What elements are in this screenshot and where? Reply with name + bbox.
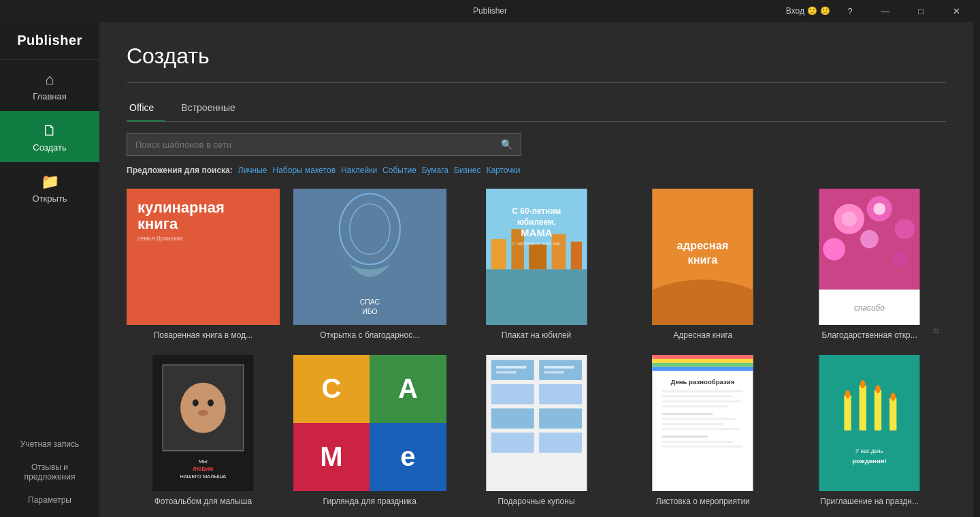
tab-builtin[interactable]: Встроенные xyxy=(178,97,246,121)
svg-point-27 xyxy=(860,230,879,249)
sidebar-item-open[interactable]: 📁 Открыть xyxy=(0,162,99,213)
suggestion-paper[interactable]: Бумага xyxy=(422,166,448,175)
svg-point-28 xyxy=(892,252,907,267)
svg-rect-52 xyxy=(544,371,564,373)
svg-text:У нас день: У нас день xyxy=(855,448,883,454)
template-thumb-baby: МЫ ЛЮБИМ НАШЕГО МАЛЫША xyxy=(127,355,280,491)
suggestion-cards[interactable]: Карточки xyxy=(486,166,520,175)
template-address[interactable]: адресная книга Адресная книга xyxy=(626,189,779,341)
svg-rect-7 xyxy=(491,239,506,269)
title-bar: Publisher Вход 🙂 🙁 ? — □ ✕ xyxy=(0,0,980,22)
svg-rect-73 xyxy=(875,390,881,430)
svg-text:День разнообразия: День разнообразия xyxy=(671,378,735,386)
suggestions-label: Предложения для поиска: xyxy=(127,166,233,175)
suggestion-personal[interactable]: Личные xyxy=(238,166,267,175)
template-baby[interactable]: МЫ ЛЮБИМ НАШЕГО МАЛЫША Фотоальбом для ма… xyxy=(127,355,280,507)
template-thumb-address: адресная книга xyxy=(626,189,779,325)
template-thumb-garland: С А М е xyxy=(293,355,446,491)
sidebar-bottom: Учетная запись Отзывы и предложения Пара… xyxy=(0,433,99,517)
template-birthday[interactable]: У нас день рождения! Приглашение на праз… xyxy=(793,355,946,507)
svg-rect-65 xyxy=(663,423,723,425)
suggestion-stickers[interactable]: Наклейки xyxy=(341,166,377,175)
svg-rect-60 xyxy=(663,395,734,397)
main-content: Создать Office Встроенные 🔍 Предложения … xyxy=(99,22,973,517)
svg-rect-10 xyxy=(551,234,566,270)
svg-text:СПАС: СПАС xyxy=(360,298,380,306)
template-name-cookbook: Поваренная книга в мод... xyxy=(127,330,280,341)
suggestion-layouts[interactable]: Наборы макетов xyxy=(273,166,336,175)
title-bar-controls: Вход 🙂 🙁 ? — □ ✕ xyxy=(786,0,972,22)
template-gratitude[interactable]: спасибо Благодарственная откр... ☆ xyxy=(793,189,946,341)
svg-rect-55 xyxy=(653,359,753,363)
template-garland[interactable]: С А М е Гирлянда для праздника xyxy=(293,355,446,507)
search-input[interactable] xyxy=(127,134,493,155)
template-thumb-event: День разнообразия xyxy=(626,355,779,491)
svg-rect-42 xyxy=(539,360,582,380)
template-jubilee[interactable]: С 60-летним юбилеем, МАМА С любовью от в… xyxy=(460,189,613,341)
svg-point-34 xyxy=(193,399,199,406)
template-name-event: Листовка о мероприятии xyxy=(626,497,779,507)
sign-in-button[interactable]: Вход 🙂 🙁 xyxy=(786,6,830,16)
sidebar-settings[interactable]: Параметры xyxy=(0,488,99,512)
svg-text:рождения!: рождения! xyxy=(852,457,886,465)
svg-text:ИБО: ИБО xyxy=(362,308,377,315)
create-icon: 🗋 xyxy=(42,123,57,138)
home-icon: ⌂ xyxy=(45,72,54,87)
svg-point-25 xyxy=(895,219,915,239)
svg-rect-68 xyxy=(663,441,734,443)
svg-rect-51 xyxy=(544,366,574,369)
suggestion-business[interactable]: Бизнес xyxy=(454,166,480,175)
maximize-button[interactable]: □ xyxy=(905,0,936,22)
svg-text:адресная: адресная xyxy=(677,239,729,251)
svg-rect-59 xyxy=(663,390,744,392)
sidebar-account[interactable]: Учетная запись xyxy=(0,433,99,456)
svg-rect-54 xyxy=(653,355,753,359)
templates-grid: кулинарнаякнига семья Вронских Поваренна… xyxy=(127,189,946,517)
svg-rect-11 xyxy=(570,242,581,270)
svg-rect-45 xyxy=(491,408,534,428)
svg-rect-47 xyxy=(491,433,534,453)
svg-rect-41 xyxy=(491,360,534,380)
title-bar-title: Publisher xyxy=(473,6,507,16)
sidebar-feedback[interactable]: Отзывы и предложения xyxy=(0,456,99,488)
search-icon[interactable]: 🔍 xyxy=(493,134,521,155)
svg-point-78 xyxy=(891,392,896,401)
template-thumb-thankyou: СПАС ИБО xyxy=(293,189,446,325)
svg-rect-57 xyxy=(653,366,753,371)
svg-point-36 xyxy=(198,409,208,416)
suggestions: Предложения для поиска: Личные Наборы ма… xyxy=(127,166,946,175)
svg-text:НАШЕГО МАЛЫША: НАШЕГО МАЛЫША xyxy=(180,473,227,480)
app-body: Publisher ⌂ Главная 🗋 Создать 📁 Открыть … xyxy=(0,22,980,517)
svg-point-75 xyxy=(845,390,850,398)
template-cookbook[interactable]: кулинарнаякнига семья Вронских Поваренна… xyxy=(127,189,280,341)
close-button[interactable]: ✕ xyxy=(941,0,972,22)
svg-rect-48 xyxy=(539,433,582,453)
scrollbar-track[interactable] xyxy=(973,22,980,517)
sidebar-item-create-label: Создать xyxy=(33,142,66,153)
template-thankyou[interactable]: СПАС ИБО Открытка с благодарнос... xyxy=(293,189,446,341)
svg-rect-61 xyxy=(663,400,741,402)
sidebar-item-home[interactable]: ⌂ Главная xyxy=(0,60,99,111)
tabs: Office Встроенные xyxy=(127,97,946,122)
smiley-icon: 🙂 xyxy=(807,6,817,16)
template-name-coupons: Подарочные купоны xyxy=(460,497,613,507)
template-name-thankyou: Открытка с благодарнос... xyxy=(293,330,446,341)
template-name-address: Адресная книга xyxy=(626,330,779,341)
svg-rect-71 xyxy=(845,395,851,430)
template-thumb-cookbook: кулинарнаякнига семья Вронских xyxy=(127,189,280,325)
tab-office[interactable]: Office xyxy=(127,97,165,121)
template-coupons[interactable]: Подарочные купоны xyxy=(460,355,613,507)
svg-rect-67 xyxy=(663,435,708,437)
svg-rect-56 xyxy=(653,362,753,366)
suggestion-event[interactable]: Событие xyxy=(382,166,416,175)
sidebar-nav: ⌂ Главная 🗋 Создать 📁 Открыть xyxy=(0,60,99,433)
minimize-button[interactable]: — xyxy=(870,0,901,22)
sidebar-item-open-label: Открыть xyxy=(32,193,67,204)
help-button[interactable]: ? xyxy=(834,0,866,22)
svg-point-33 xyxy=(180,382,226,433)
star-icon[interactable]: ☆ xyxy=(932,325,941,336)
sidebar-item-create[interactable]: 🗋 Создать xyxy=(0,111,99,162)
svg-rect-62 xyxy=(663,405,728,407)
svg-text:С 60-летним: С 60-летним xyxy=(512,206,561,216)
template-event[interactable]: День разнообразия xyxy=(626,355,779,507)
